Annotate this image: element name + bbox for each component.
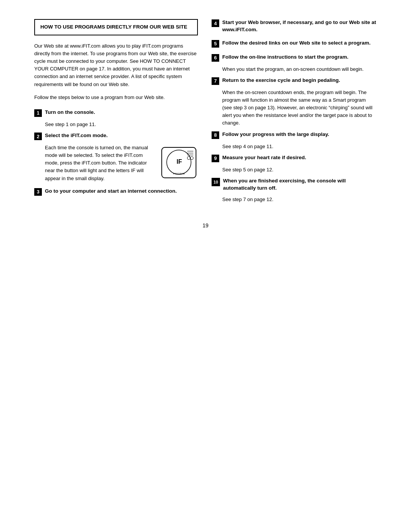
page-number: 19 [34,222,377,228]
right-column: 4 Start your Web browser, if necessary, … [212,19,377,207]
step-7-title: Return to the exercise cycle and begin p… [222,77,377,84]
step-10-body: See step 7 on page 12. [212,196,377,203]
step-8: 8 Follow your progress with the large di… [212,131,377,139]
intro-paragraph: Our Web site at www.iFIT.com allows you … [34,42,198,88]
step-5-title: Follow the desired links on our Web site… [222,40,377,47]
step-3: 3 Go to your computer and start an inter… [34,188,198,196]
step-3-title: Go to your computer and start an interne… [45,188,198,195]
step-8-title: Follow your progress with the large disp… [222,131,377,138]
step-6-content: Follow the on-line instructions to start… [222,54,377,61]
ifit-illustration: IF PROGRAM [160,145,198,181]
step-5: 5 Follow the desired links on our Web si… [212,40,377,48]
svg-point-8 [190,157,193,160]
step-8-number: 8 [212,131,219,139]
step-1-number: 1 [34,109,42,117]
header-box: HOW TO USE PROGRAMS DIRECTLY FROM OUR WE… [34,19,198,35]
step-10-number: 10 [212,178,220,186]
svg-point-7 [187,157,190,160]
step-6: 6 Follow the on-line instructions to sta… [212,54,377,62]
step-5-content: Follow the desired links on our Web site… [222,40,377,47]
step-10: 10 When you are finished exercising, the… [212,177,377,192]
step-9-number: 9 [212,155,219,162]
follow-paragraph: Follow the steps below to use a program … [34,94,198,101]
step-4-content: Start your Web browser, if necessary, an… [222,19,377,34]
step-8-content: Follow your progress with the large disp… [222,131,377,138]
step-9-body: See step 5 on page 12. [212,166,377,174]
left-column: HOW TO USE PROGRAMS DIRECTLY FROM OUR WE… [34,19,198,207]
step-1: 1 Turn on the console. [34,109,198,117]
svg-text:IF: IF [177,158,182,165]
step-10-content: When you are finished exercising, the co… [223,177,377,192]
step-4: 4 Start your Web browser, if necessary, … [212,19,377,34]
step-10-title: When you are finished exercising, the co… [223,177,377,192]
step-2-body: Each time the console is turned on, the … [45,144,155,182]
step-1-content: Turn on the console. [45,109,198,116]
step-2: 2 Select the iFIT.com mode. [34,132,198,140]
step-3-number: 3 [34,188,42,196]
step-7-number: 7 [212,77,219,85]
step-8-body: See step 4 on page 11. [212,143,377,150]
step-6-number: 6 [212,54,219,62]
step-5-number: 5 [212,40,219,48]
step-7: 7 Return to the exercise cycle and begin… [212,77,377,85]
step-6-body: When you start the program, an on-screen… [212,66,377,73]
svg-text:PROGRAM: PROGRAM [173,173,185,175]
step-9-content: Measure your heart rate if desired. [222,154,377,161]
step-9-title: Measure your heart rate if desired. [222,154,377,161]
step-7-content: Return to the exercise cycle and begin p… [222,77,377,84]
step-3-content: Go to your computer and start an interne… [45,188,198,195]
step-2-number: 2 [34,133,42,140]
step-2-content: Select the iFIT.com mode. [45,132,198,139]
step-1-title: Turn on the console. [45,109,198,116]
step-1-body: See step 1 on page 11. [34,121,198,128]
step-7-body: When the on-screen countdown ends, the p… [212,89,377,127]
step-6-title: Follow the on-line instructions to start… [222,54,377,61]
step-2-title: Select the iFIT.com mode. [45,132,198,139]
section-title: HOW TO USE PROGRAMS DIRECTLY FROM OUR WE… [40,24,192,31]
step-4-title: Start your Web browser, if necessary, an… [222,19,377,34]
step-4-number: 4 [212,19,219,27]
step-9: 9 Measure your heart rate if desired. [212,154,377,162]
